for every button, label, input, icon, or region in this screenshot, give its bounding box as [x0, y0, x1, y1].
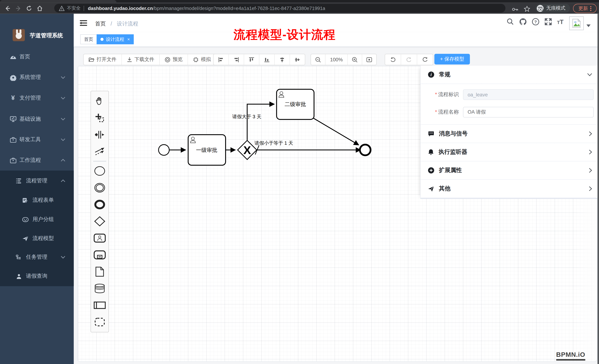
- close-icon[interactable]: ×: [127, 37, 130, 42]
- update-button[interactable]: 更新: [573, 4, 597, 13]
- zoom-out-button[interactable]: [311, 54, 326, 65]
- sidebar-item-leave-query[interactable]: 请假查询: [0, 267, 74, 286]
- sidebar-item-label: 研发工具: [19, 136, 41, 143]
- sidebar-item-label: 基础设施: [19, 116, 41, 122]
- condition-label-gt3[interactable]: 请假大于 3 天: [232, 114, 261, 119]
- zoom-level[interactable]: 100%: [326, 54, 348, 65]
- zoom-toolbar-group: 100%: [311, 54, 377, 65]
- app-title: 芋道管理系统: [30, 32, 63, 39]
- file-toolbar-group: 打开文件 下载文件 预览 模拟: [83, 54, 216, 65]
- save-model-button[interactable]: + 保存模型: [434, 54, 470, 65]
- align-right-button[interactable]: [229, 54, 244, 65]
- person-icon: [15, 273, 22, 279]
- section-extended-attributes[interactable]: 扩展属性: [421, 161, 598, 180]
- sidebar-collapse-icon[interactable]: [80, 20, 87, 26]
- flow-task2-to-end[interactable]: [314, 118, 359, 145]
- align-left-button[interactable]: [213, 54, 229, 65]
- url-host: dashboard.yudao.iocoder.cn: [88, 6, 153, 11]
- warning-icon: [59, 6, 65, 11]
- sidebar-item-infra[interactable]: 基础设施: [0, 109, 74, 129]
- address-bar[interactable]: 不安全 dashboard.yudao.iocoder.cn /bpm/mana…: [54, 4, 505, 13]
- url-separator: [84, 6, 84, 11]
- sidebar-item-label: 流程表单: [33, 197, 54, 204]
- task-label: 二级审批: [285, 101, 306, 107]
- process-key-row: *流程标识 oa_leave: [421, 87, 598, 102]
- exclusive-gateway[interactable]: X: [238, 140, 256, 160]
- task-second-approval[interactable]: 二级审批: [277, 89, 314, 119]
- security-label[interactable]: 不安全: [67, 5, 80, 11]
- tab-home[interactable]: 首页: [80, 34, 97, 44]
- page-annotation: 流程模型-设计流程: [214, 27, 355, 43]
- browser-menu-icon[interactable]: [590, 6, 591, 11]
- search-icon[interactable]: [507, 18, 514, 25]
- align-top-button[interactable]: [244, 54, 260, 65]
- chevron-right-icon[interactable]: [589, 150, 592, 155]
- panel-bottom-divider: [421, 198, 598, 199]
- task-first-approval[interactable]: 一级审批: [188, 135, 226, 165]
- section-label: 执行监听器: [439, 148, 467, 156]
- section-general[interactable]: i 常规: [421, 66, 598, 84]
- sidebar-item-user-group[interactable]: 用户分组: [0, 210, 74, 229]
- restart-button[interactable]: [417, 54, 433, 65]
- align-center-vertical-button[interactable]: [275, 54, 290, 65]
- process-name-input[interactable]: OA 请假: [463, 107, 594, 118]
- redo-button[interactable]: [401, 54, 417, 65]
- download-file-button[interactable]: 下载文件: [122, 54, 160, 65]
- sidebar-item-task-mgmt[interactable]: 任务管理: [0, 248, 74, 267]
- sidebar-item-process-mgmt[interactable]: 流程管理: [0, 171, 74, 190]
- font-size-icon[interactable]: TT: [557, 19, 564, 25]
- align-center-horizontal-button[interactable]: [290, 54, 305, 65]
- preview-button[interactable]: 预览: [160, 54, 188, 65]
- app-logo[interactable]: [13, 29, 25, 41]
- undo-button[interactable]: [385, 54, 401, 65]
- chevron-right-icon[interactable]: [589, 131, 592, 136]
- bookmark-star-icon[interactable]: [524, 6, 530, 12]
- browser-active-tab[interactable]: [0, 0, 116, 3]
- chevron-down-icon[interactable]: [587, 73, 592, 76]
- history-toolbar-group: [385, 54, 433, 65]
- tree-icon: [15, 254, 22, 260]
- sidebar-item-process-model[interactable]: 流程模型: [0, 229, 74, 248]
- condition-label-lte1[interactable]: 请假小于等于 1 天: [254, 140, 293, 146]
- zoom-reset-button[interactable]: [362, 54, 376, 65]
- section-messages-signals[interactable]: 消息与信号: [421, 125, 598, 143]
- align-bottom-button[interactable]: [259, 54, 275, 65]
- chevron-right-icon[interactable]: [589, 186, 592, 191]
- required-asterisk: *: [435, 92, 437, 97]
- tab-design-process[interactable]: 设计流程 ×: [97, 34, 133, 44]
- back-icon[interactable]: [2, 4, 13, 12]
- window-edge-scrollbar[interactable]: [598, 14, 599, 364]
- sidebar-item-home[interactable]: 首页: [0, 47, 74, 67]
- sidebar-item-label: 用户分组: [33, 216, 54, 223]
- sidebar-item-process-form[interactable]: 流程表单: [0, 191, 74, 210]
- key-icon[interactable]: [512, 7, 518, 12]
- bpmn-io-watermark[interactable]: BPMN.iO: [556, 351, 585, 361]
- briefcase-icon: [10, 157, 17, 163]
- open-file-button[interactable]: 打开文件: [84, 54, 122, 65]
- caret-down-icon[interactable]: [586, 24, 591, 27]
- avatar[interactable]: [569, 17, 584, 30]
- flow-gateway-to-task2[interactable]: [247, 104, 274, 140]
- breadcrumb-home[interactable]: 首页: [95, 21, 106, 27]
- sidebar-item-workflow[interactable]: 工作流程: [0, 150, 74, 171]
- simulate-button[interactable]: 模拟: [188, 54, 216, 65]
- fullscreen-icon[interactable]: [545, 18, 552, 25]
- forward-icon[interactable]: [13, 4, 24, 12]
- home-icon[interactable]: [35, 4, 45, 12]
- help-icon[interactable]: ?: [532, 18, 539, 25]
- screen: 不安全 dashboard.yudao.iocoder.cn /bpm/mana…: [0, 0, 599, 364]
- end-event[interactable]: [360, 145, 370, 155]
- github-icon[interactable]: [519, 18, 527, 25]
- process-key-input[interactable]: oa_leave: [463, 89, 594, 100]
- zoom-in-button[interactable]: [348, 54, 362, 65]
- download-icon: [127, 57, 132, 62]
- yen-icon: ¥: [10, 94, 17, 102]
- reload-icon[interactable]: [24, 4, 35, 12]
- section-other[interactable]: 其他: [421, 180, 598, 198]
- chevron-right-icon[interactable]: [589, 168, 592, 173]
- start-event[interactable]: [159, 145, 169, 155]
- sidebar-item-devtools[interactable]: 研发工具: [0, 129, 74, 150]
- sidebar-item-payment[interactable]: ¥ 支付管理: [0, 88, 74, 109]
- section-execution-listeners[interactable]: 执行监听器: [421, 143, 598, 161]
- sidebar-item-system[interactable]: 系统管理: [0, 67, 74, 88]
